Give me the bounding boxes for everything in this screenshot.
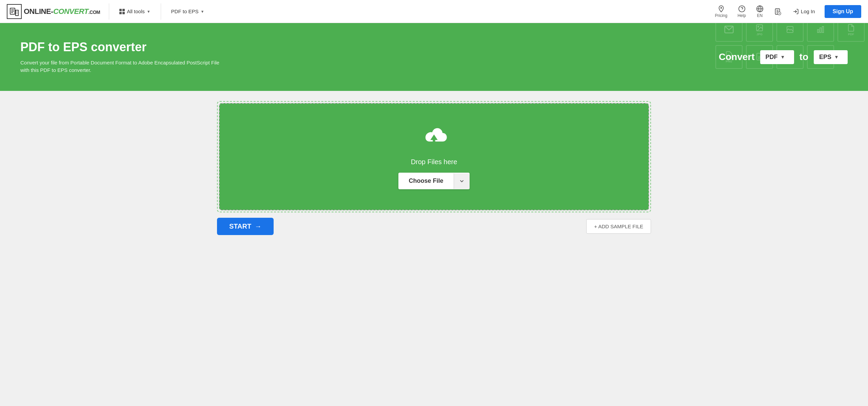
login-icon: [793, 8, 799, 15]
upload-cloud-icon: [419, 124, 449, 151]
bg-icon-email: [715, 23, 743, 42]
converter-label: PDF to EPS: [171, 8, 199, 14]
nav-right: Pricing Help EN: [713, 4, 861, 19]
bg-icon-pdf: PDF: [837, 23, 865, 42]
hero-left: PDF to EPS converter Convert your file f…: [20, 40, 224, 74]
from-format-value: PDF: [766, 54, 778, 61]
hero-description: Convert your file from Portable Document…: [20, 59, 224, 74]
logo[interactable]: ONLINE-CONVERT.COM: [7, 4, 100, 19]
all-tools-label: All tools: [127, 8, 145, 14]
signup-button[interactable]: Sign Up: [825, 5, 861, 18]
logo-text: ONLINE-CONVERT.COM: [24, 7, 100, 16]
nav-divider2: [161, 3, 161, 20]
start-label: START: [229, 223, 251, 230]
add-sample-button[interactable]: + ADD SAMPLE FILE: [586, 219, 651, 234]
hero-title: PDF to EPS converter: [20, 40, 224, 54]
help-button[interactable]: Help: [735, 4, 748, 19]
chevron-down-icon: [459, 178, 465, 184]
upload-dropzone[interactable]: Drop Files here Choose File: [219, 103, 649, 210]
pricing-label: Pricing: [715, 13, 727, 18]
start-button[interactable]: START →: [217, 218, 274, 235]
pricing-button[interactable]: Pricing: [713, 4, 729, 19]
login-label: Log In: [801, 8, 815, 14]
bottom-controls: START → + ADD SAMPLE FILE: [217, 218, 651, 235]
login-button[interactable]: Log In: [789, 6, 818, 17]
svg-line-18: [779, 13, 780, 14]
bg-icon-bar: [807, 23, 834, 42]
svg-point-22: [758, 26, 759, 27]
to-format-selector[interactable]: EPS ▼: [814, 50, 848, 64]
start-arrow: →: [255, 223, 261, 230]
language-label: EN: [757, 13, 763, 18]
hero-banner: PDF to EPS converter Convert your file f…: [0, 23, 868, 91]
all-tools-chevron: ▼: [147, 9, 151, 14]
bg-icon-jpg: JPG: [746, 23, 773, 42]
history-icon: [774, 8, 781, 15]
converter-selector-button[interactable]: PDF to EPS ▼: [166, 6, 209, 17]
to-label: to: [800, 52, 808, 62]
add-sample-label: + ADD SAMPLE FILE: [594, 224, 643, 229]
all-tools-button[interactable]: All tools ▼: [115, 6, 155, 17]
navbar: ONLINE-CONVERT.COM All tools ▼ PDF to EP…: [0, 0, 868, 23]
to-format-chevron: ▼: [834, 54, 839, 60]
svg-rect-25: [820, 28, 821, 33]
logo-icon: [7, 4, 22, 19]
signup-label: Sign Up: [833, 8, 853, 14]
svg-rect-24: [817, 30, 819, 33]
drop-text: Drop Files here: [411, 158, 457, 166]
svg-point-7: [721, 7, 722, 8]
history-button[interactable]: [772, 6, 783, 17]
help-icon: [738, 5, 746, 13]
from-format-chevron: ▼: [781, 54, 785, 60]
converter-chevron: ▼: [200, 9, 204, 14]
main-content: Drop Files here Choose File START → + AD…: [197, 91, 671, 249]
choose-file-label: Choose File: [398, 173, 453, 189]
upload-wrapper: Drop Files here Choose File: [217, 101, 651, 212]
help-label: Help: [737, 13, 746, 18]
bg-icon-img: [776, 23, 804, 42]
to-format-value: EPS: [819, 54, 831, 61]
language-button[interactable]: EN: [754, 4, 766, 19]
convert-label: Convert: [719, 52, 755, 62]
choose-file-dropdown-icon[interactable]: [454, 173, 470, 189]
choose-file-button[interactable]: Choose File: [398, 173, 469, 189]
nav-divider: [109, 3, 109, 20]
grid-icon: [119, 9, 125, 14]
pricing-icon: [717, 5, 725, 13]
svg-rect-26: [822, 26, 824, 33]
hero-right: Convert PDF ▼ to EPS ▼: [719, 50, 848, 64]
globe-icon: [756, 5, 764, 13]
from-format-selector[interactable]: PDF ▼: [760, 50, 794, 64]
